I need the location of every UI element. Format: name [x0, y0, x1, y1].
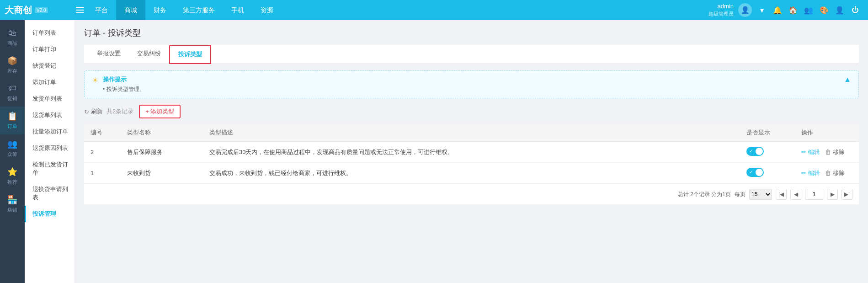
admin-info: admin 超级管理员 — [708, 3, 734, 17]
refresh-label: 刷新 — [91, 107, 103, 116]
delete-button[interactable]: 🗑 移除 — [825, 169, 845, 177]
cell-id: 2 — [84, 142, 121, 163]
sidebar-label-inventory: 库存 — [7, 68, 17, 75]
nav-item-platform[interactable]: 平台 — [87, 0, 116, 20]
avatar[interactable]: 👤 — [738, 3, 752, 17]
edit-button[interactable]: ✏ 编辑 — [801, 148, 820, 156]
delete-button[interactable]: 🗑 移除 — [825, 148, 845, 156]
top-nav-right: admin 超级管理员 👤 ▾ 🔔 🏠 👥 🎨 👤 ⏻ — [708, 3, 868, 17]
sec-item-add-order[interactable]: 添加订单 — [25, 74, 75, 91]
secondary-sidebar: 订单列表 订单打印 缺货登记 添加订单 发货单列表 退货单列表 批量添加订单 退… — [25, 20, 75, 283]
sidebar-label-promo: 促销 — [7, 95, 17, 102]
cell-desc: 交易完成后30天内，在使用商品过程中，发现商品有质量问题或无法正常使用，可进行维… — [203, 142, 740, 163]
dropdown-icon[interactable]: ▾ — [756, 5, 767, 16]
sec-item-order-print[interactable]: 订单打印 — [25, 41, 75, 58]
last-page-button[interactable]: ▶| — [841, 189, 852, 200]
page-number-input[interactable] — [805, 189, 823, 200]
promo-icon: 🏷 — [8, 84, 16, 93]
sidebar-label-crowd: 众筹 — [7, 151, 17, 158]
store-icon: 🏪 — [7, 195, 17, 205]
person-icon[interactable]: 👤 — [834, 5, 845, 16]
col-header-action: 操作 — [795, 124, 859, 142]
collapse-icon[interactable]: ▲ — [844, 75, 851, 84]
col-header-name: 类型名称 — [121, 124, 203, 142]
col-header-show: 是否显示 — [740, 124, 795, 142]
nav-item-thirdparty[interactable]: 第三方服务 — [175, 0, 223, 20]
sec-item-shipment-list[interactable]: 发货单列表 — [25, 91, 75, 107]
cell-name: 未收到货 — [121, 163, 203, 184]
sidebar-label-order: 订单 — [7, 123, 17, 130]
top-nav-items: 平台 商城 财务 第三方服务 手机 资源 — [87, 0, 708, 20]
tab-complaint-type[interactable]: 投诉类型 — [169, 45, 211, 64]
cell-action: ✏ 编辑 🗑 移除 — [795, 142, 859, 163]
prev-page-button[interactable]: ◀ — [790, 189, 801, 200]
menu-toggle-icon[interactable] — [73, 7, 87, 13]
power-icon[interactable]: ⏻ — [850, 5, 861, 16]
sidebar-item-promo[interactable]: 🏷 促销 — [0, 79, 25, 107]
goods-icon: 🛍 — [8, 28, 16, 38]
sidebar-label-recommend: 推荐 — [7, 179, 17, 186]
per-page-select[interactable]: 15 30 50 — [749, 189, 772, 200]
logo-area: 大商创 V2.0 — [0, 4, 73, 16]
palette-icon[interactable]: 🎨 — [819, 5, 830, 16]
pagination-per-page-label: 每页 — [735, 191, 746, 198]
record-count: 共2条记录 — [107, 107, 133, 116]
add-type-button[interactable]: + 添加类型 — [139, 105, 181, 118]
cell-show: ✓ — [740, 142, 795, 163]
main-content: 订单 - 投诉类型 举报设置 交易纠纷 投诉类型 ☀ 操作提示 • 投诉类型管理… — [75, 20, 868, 283]
sidebar-label-goods: 商品 — [7, 40, 17, 47]
sidebar-label-store: 店铺 — [7, 207, 17, 214]
sec-item-exchange-request[interactable]: 退换货申请列表 — [25, 181, 75, 206]
toolbar: ↻ 刷新 共2条记录 + 添加类型 — [84, 105, 859, 118]
first-page-button[interactable]: |◀ — [776, 189, 787, 200]
sidebar-item-store[interactable]: 🏪 店铺 — [0, 190, 25, 218]
pagination-total: 总计 2个记录 分为1页 — [678, 191, 731, 198]
cell-id: 1 — [84, 163, 121, 184]
sidebar-item-order[interactable]: 📋 订单 — [0, 107, 25, 134]
toggle-check-icon: ✓ — [749, 149, 753, 154]
pagination-bar: 总计 2个记录 分为1页 每页 15 30 50 |◀ ◀ ▶ ▶| — [84, 184, 859, 204]
tab-report-settings[interactable]: 举报设置 — [89, 45, 129, 64]
table-header-row: 编号 类型名称 类型描述 是否显示 操作 — [84, 124, 859, 142]
sec-item-shortage[interactable]: 缺货登记 — [25, 58, 75, 74]
sec-item-return-reason[interactable]: 退货原因列表 — [25, 140, 75, 156]
tab-trade-dispute[interactable]: 交易纠纷 — [129, 45, 169, 64]
cell-show: ✓ — [740, 163, 795, 184]
sec-item-return-list[interactable]: 退货单列表 — [25, 107, 75, 123]
nav-item-finance[interactable]: 财务 — [145, 0, 175, 20]
col-header-id: 编号 — [84, 124, 121, 142]
lightbulb-icon: ☀ — [92, 76, 98, 85]
info-box-title: 操作提示 — [103, 75, 839, 84]
sec-item-complaint-mgmt[interactable]: 投诉管理 — [25, 206, 75, 222]
admin-role: 超级管理员 — [708, 11, 734, 17]
bell-icon[interactable]: 🔔 — [772, 5, 783, 16]
nav-item-mobile[interactable]: 手机 — [223, 0, 252, 20]
refresh-button[interactable]: ↻ 刷新 共2条记录 — [84, 107, 133, 116]
nav-item-mall[interactable]: 商城 — [116, 0, 145, 20]
sidebar-item-crowd[interactable]: 👥 众筹 — [0, 134, 25, 162]
toggle-show[interactable]: ✓ — [746, 147, 764, 156]
toggle-check-icon: ✓ — [749, 170, 753, 175]
sec-item-batch-add[interactable]: 批量添加订单 — [25, 123, 75, 140]
next-page-button[interactable]: ▶ — [827, 189, 838, 200]
users-icon[interactable]: 👥 — [803, 5, 814, 16]
edit-button[interactable]: ✏ 编辑 — [801, 169, 820, 177]
info-box: ☀ 操作提示 • 投诉类型管理。 ▲ — [84, 70, 859, 98]
sidebar-item-recommend[interactable]: ⭐ 推荐 — [0, 162, 25, 190]
refresh-icon: ↻ — [84, 108, 89, 115]
sec-item-order-list[interactable]: 订单列表 — [25, 25, 75, 41]
recommend-icon: ⭐ — [7, 167, 17, 177]
nav-item-resource[interactable]: 资源 — [252, 0, 282, 20]
sidebar-item-inventory[interactable]: 📦 库存 — [0, 51, 25, 79]
toggle-show[interactable]: ✓ — [746, 168, 764, 177]
table-row: 2 售后保障服务 交易完成后30天内，在使用商品过程中，发现商品有质量问题或无法… — [84, 142, 859, 163]
page-title: 订单 - 投诉类型 — [84, 27, 859, 38]
cell-name: 售后保障服务 — [121, 142, 203, 163]
tab-bar: 举报设置 交易纠纷 投诉类型 — [84, 45, 859, 64]
left-sidebar: 🛍 商品 📦 库存 🏷 促销 📋 订单 👥 众筹 ⭐ 推荐 🏪 店铺 — [0, 20, 25, 283]
cell-action: ✏ 编辑 🗑 移除 — [795, 163, 859, 184]
sidebar-item-goods[interactable]: 🛍 商品 — [0, 24, 25, 51]
home-icon[interactable]: 🏠 — [788, 5, 799, 16]
order-icon: 📋 — [7, 111, 17, 121]
sec-item-check-shipped[interactable]: 检测已发货订单 — [25, 156, 75, 181]
